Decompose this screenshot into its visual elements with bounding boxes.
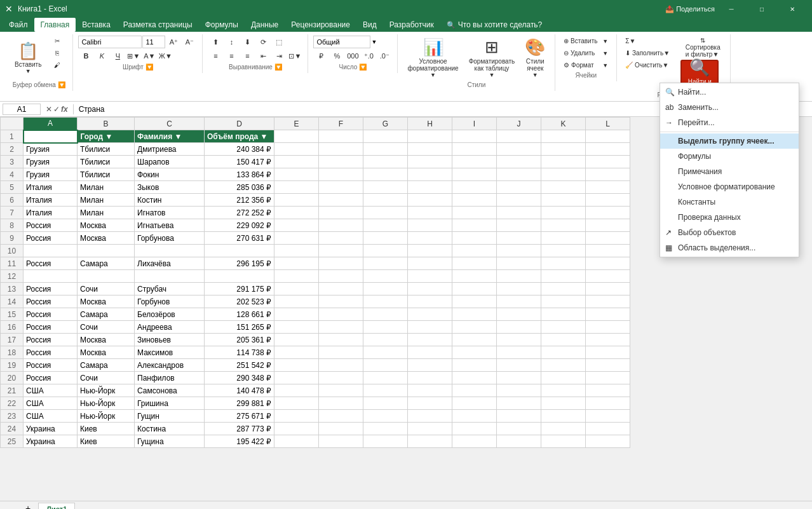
cell-C24[interactable]: Костина	[135, 423, 205, 435]
empty-cell[interactable]	[319, 423, 363, 435]
empty-cell[interactable]	[452, 219, 497, 232]
empty-cell[interactable]	[452, 181, 497, 194]
empty-cell[interactable]	[274, 346, 319, 359]
empty-cell[interactable]	[408, 435, 452, 448]
cell-C12[interactable]	[135, 270, 205, 283]
empty-cell[interactable]	[408, 346, 452, 359]
empty-cell[interactable]	[274, 270, 319, 283]
cell-A23[interactable]: США	[24, 410, 78, 423]
dropdown-item-goto[interactable]: →Перейти...	[660, 115, 799, 130]
cell-B11[interactable]: Самара	[78, 257, 135, 270]
empty-cell[interactable]	[274, 130, 319, 143]
empty-cell[interactable]	[586, 346, 630, 359]
empty-cell[interactable]	[452, 397, 497, 410]
empty-cell[interactable]	[274, 410, 319, 423]
fill-button[interactable]: ⬇ Заполнить▼	[622, 48, 679, 58]
cancel-formula-icon[interactable]: ✕	[46, 105, 52, 114]
empty-cell[interactable]	[408, 143, 452, 156]
cell-B12[interactable]	[78, 270, 135, 283]
cell-C6[interactable]: Костин	[135, 194, 205, 207]
insert-function-icon[interactable]: fx	[61, 105, 68, 114]
cell-B1[interactable]: Город ▼	[78, 130, 135, 143]
empty-cell[interactable]	[452, 321, 497, 334]
cell-A18[interactable]: Россия	[24, 346, 78, 359]
dropdown-item-selection-pane[interactable]: ▦Область выделения...	[660, 240, 799, 255]
empty-cell[interactable]	[541, 168, 586, 181]
cell-B21[interactable]: Нью-Йорк	[78, 384, 135, 397]
empty-cell[interactable]	[497, 130, 541, 143]
cell-A13[interactable]: Россия	[24, 283, 78, 295]
empty-cell[interactable]	[274, 257, 319, 270]
empty-cell[interactable]	[452, 232, 497, 245]
empty-cell[interactable]	[497, 410, 541, 423]
cell-styles-button[interactable]: 🎨 Стилиячеек ▼	[520, 36, 550, 80]
empty-cell[interactable]	[408, 219, 452, 232]
empty-cell[interactable]	[363, 410, 408, 423]
empty-cell[interactable]	[319, 410, 363, 423]
empty-cell[interactable]	[319, 207, 363, 219]
empty-cell[interactable]	[274, 232, 319, 245]
empty-cell[interactable]	[541, 384, 586, 397]
cell-D15[interactable]: 128 661 ₽	[205, 308, 274, 321]
empty-cell[interactable]	[586, 410, 630, 423]
cell-D18[interactable]: 114 738 ₽	[205, 346, 274, 359]
cell-A5[interactable]: Италия	[24, 181, 78, 194]
cell-B18[interactable]: Москва	[78, 346, 135, 359]
empty-cell[interactable]	[497, 270, 541, 283]
empty-cell[interactable]	[319, 270, 363, 283]
align-left-button[interactable]: ≡	[208, 50, 223, 62]
add-sheet-button[interactable]: +	[23, 502, 33, 509]
align-bottom-button[interactable]: ⬇	[240, 36, 255, 48]
empty-cell[interactable]	[497, 435, 541, 448]
empty-cell[interactable]	[363, 232, 408, 245]
empty-cell[interactable]	[541, 308, 586, 321]
cell-C9[interactable]: Горбунова	[135, 232, 205, 245]
empty-cell[interactable]	[497, 156, 541, 168]
menu-view[interactable]: Вид	[356, 18, 383, 32]
empty-cell[interactable]	[541, 143, 586, 156]
empty-cell[interactable]	[497, 384, 541, 397]
empty-cell[interactable]	[319, 181, 363, 194]
cell-D16[interactable]: 151 265 ₽	[205, 321, 274, 334]
empty-cell[interactable]	[363, 257, 408, 270]
empty-cell[interactable]	[363, 194, 408, 207]
increase-decimal-button[interactable]: ⁺.0	[361, 50, 376, 62]
cell-C11[interactable]: Лихачёва	[135, 257, 205, 270]
font-name-input[interactable]	[78, 36, 142, 48]
empty-cell[interactable]	[586, 181, 630, 194]
empty-cell[interactable]	[586, 130, 630, 143]
cell-D10[interactable]	[205, 245, 274, 257]
cell-D19[interactable]: 251 542 ₽	[205, 359, 274, 372]
empty-cell[interactable]	[541, 334, 586, 346]
empty-cell[interactable]	[408, 207, 452, 219]
cell-A7[interactable]: Италия	[24, 207, 78, 219]
cell-D24[interactable]: 287 773 ₽	[205, 423, 274, 435]
empty-cell[interactable]	[541, 346, 586, 359]
font-color-button[interactable]: Ж▼	[158, 50, 173, 62]
dropdown-item-conditional[interactable]: Условное форматирование	[660, 179, 799, 194]
empty-cell[interactable]	[274, 308, 319, 321]
empty-cell[interactable]	[452, 295, 497, 308]
cell-B17[interactable]: Москва	[78, 334, 135, 346]
italic-button[interactable]: K	[94, 50, 109, 62]
empty-cell[interactable]	[408, 168, 452, 181]
cell-A10[interactable]	[24, 245, 78, 257]
cell-B22[interactable]: Нью-Йорк	[78, 397, 135, 410]
empty-cell[interactable]	[408, 372, 452, 384]
dropdown-item-validation[interactable]: Проверка данных	[660, 210, 799, 225]
cell-B25[interactable]: Киев	[78, 435, 135, 448]
cell-A6[interactable]: Италия	[24, 194, 78, 207]
col-header-F[interactable]: F	[319, 118, 363, 130]
cell-C17[interactable]: Зиновьев	[135, 334, 205, 346]
empty-cell[interactable]	[497, 423, 541, 435]
empty-cell[interactable]	[319, 168, 363, 181]
menu-file[interactable]: Файл	[3, 18, 34, 32]
cell-A4[interactable]: Грузия	[24, 168, 78, 181]
bold-button[interactable]: B	[78, 50, 93, 62]
cell-C18[interactable]: Максимов	[135, 346, 205, 359]
empty-cell[interactable]	[363, 384, 408, 397]
decrease-font-button[interactable]: A⁻	[182, 36, 197, 48]
empty-cell[interactable]	[497, 143, 541, 156]
cell-D2[interactable]: 240 384 ₽	[205, 143, 274, 156]
cell-D21[interactable]: 140 478 ₽	[205, 384, 274, 397]
